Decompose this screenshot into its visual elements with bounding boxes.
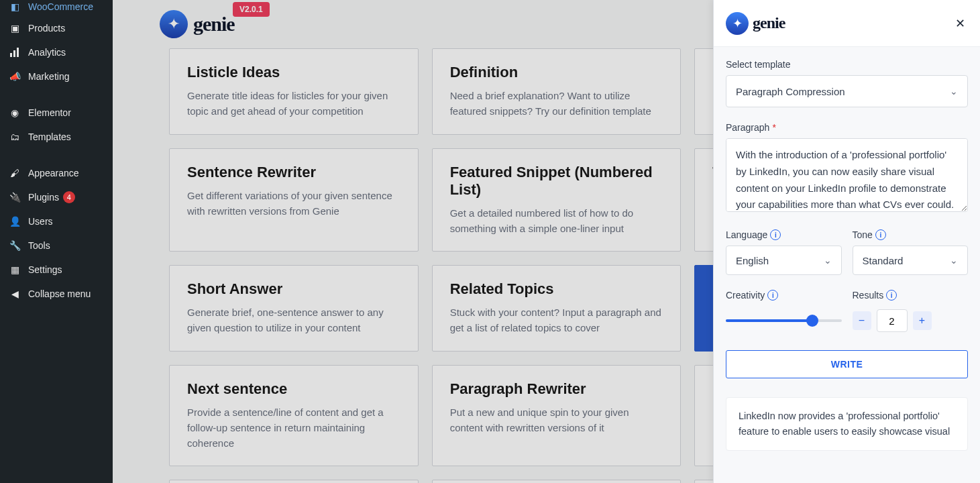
collapse-icon: ◀ [8,287,21,301]
sidebar-label: Tools [28,240,50,251]
sidebar-label: Appearance [28,168,79,178]
language-select[interactable]: English ⌄ [726,246,842,275]
close-button[interactable]: ✕ [952,15,968,32]
svg-rect-2 [17,48,19,57]
genie-logo-mark: ✦ [160,10,188,38]
write-button[interactable]: WRITE [726,350,968,378]
elementor-icon: ◉ [8,106,21,119]
creativity-label: Creativity i [726,290,842,301]
settings-icon: ▦ [8,263,21,276]
tone-select[interactable]: Standard ⌄ [853,246,969,275]
paragraph-label: Paragraph * [726,122,968,133]
sidebar-item-templates[interactable]: 🗂 Templates [0,125,113,149]
card-description: Stuck with your content? Input a paragra… [450,305,663,336]
sidebar-item-analytics[interactable]: Analytics [0,40,113,64]
increment-button[interactable]: + [913,311,932,330]
slider-thumb[interactable] [806,315,818,327]
genie-logo: ✦ genie V2.0.1 [160,10,235,38]
tone-label: Tone i [853,229,969,240]
info-icon[interactable]: i [767,290,778,301]
template-card[interactable]: List of QuestionsGenerate lists of quest… [169,480,419,483]
slider-fill [726,319,812,322]
sidebar-label: Templates [28,131,71,142]
results-value[interactable]: 2 [877,309,908,332]
card-title: Next sentence [187,380,400,398]
select-template-label: Select template [726,59,968,70]
close-icon: ✕ [955,16,965,31]
sidebar-item-settings[interactable]: ▦ Settings [0,258,113,282]
template-card[interactable]: Short AnswerGenerate brief, one-sentence… [169,265,419,352]
card-description: Provide a sentence/line of content and g… [187,405,400,451]
users-icon: 👤 [8,215,21,228]
plugins-icon: 🔌 [8,191,21,204]
sidebar-item-woocommerce[interactable]: ◧ WooCommerce [0,0,113,16]
sidebar-item-appearance[interactable]: 🖌 Appearance [0,161,113,185]
sidebar-item-users[interactable]: 👤 Users [0,209,113,233]
tone-select-value: Standard [863,255,904,266]
chevron-down-icon: ⌄ [824,255,832,266]
sidebar-label: WooCommerce [28,1,93,12]
card-description: Need a brief explanation? Want to utiliz… [450,88,663,119]
card-title: Listicle Ideas [187,64,400,81]
card-title: Featured Snippet (Numbered List) [450,164,663,199]
genie-logo-mark: ✦ [726,12,749,35]
results-label-text: Results [853,290,884,301]
products-icon: ▣ [8,21,21,35]
templates-icon: 🗂 [8,130,21,144]
sidebar-item-collapse[interactable]: ◀ Collapse menu [0,282,113,306]
decrement-button[interactable]: − [853,311,871,330]
card-title: Definition [450,64,663,81]
result-output[interactable]: LinkedIn now provides a 'professional po… [726,397,968,451]
template-select[interactable]: Paragraph Compression ⌄ [726,75,968,107]
sidebar-item-marketing[interactable]: 📣 Marketing [0,64,113,89]
marketing-icon: 📣 [8,70,21,83]
chevron-down-icon: ⌄ [950,86,958,97]
sidebar-label: Elementor [28,107,71,118]
sidebar-item-products[interactable]: ▣ Products [0,16,113,40]
sidebar-item-elementor[interactable]: ◉ Elementor [0,101,113,125]
template-card[interactable]: Next sentenceProvide a sentence/line of … [169,365,419,467]
chevron-down-icon: ⌄ [950,255,958,266]
template-card[interactable]: Related TopicsStuck with your content? I… [432,265,682,352]
sidebar-label: Marketing [28,71,69,82]
language-select-value: English [736,255,769,266]
genie-side-panel: ✦ genie ✕ Select template Paragraph Comp… [713,0,980,483]
card-description: Generate brief, one-sentence answer to a… [187,305,400,336]
language-label: Language i [726,229,842,240]
paragraph-label-text: Paragraph [726,122,769,133]
panel-logo-text: genie [753,14,785,32]
required-indicator: * [772,122,775,133]
card-description: Put a new and unique spin to your given … [450,405,663,436]
tone-label-text: Tone [853,229,873,240]
template-card[interactable]: Featured Snippet (Numbered List)Get a de… [432,148,682,252]
plugins-badge: 4 [63,191,75,203]
slider-track [726,319,842,322]
sidebar-label: Collapse menu [28,288,91,299]
card-description: Get different variations of your given s… [187,188,400,219]
results-label: Results i [853,290,969,301]
analytics-icon [8,46,21,59]
sidebar-label: Analytics [28,47,66,58]
admin-sidebar: ◧ WooCommerce ▣ Products Analytics 📣 Mar… [0,0,113,483]
template-card[interactable]: Paragraph AnswerGet paragraph-long answe… [432,480,682,483]
card-title: Sentence Rewriter [187,164,400,181]
tools-icon: 🔧 [8,239,21,252]
results-stepper: − 2 + [853,306,969,335]
sidebar-label: Plugins [28,192,59,203]
template-card[interactable]: Paragraph RewriterPut a new and unique s… [432,365,682,467]
template-card[interactable]: Listicle IdeasGenerate title ideas for l… [169,48,419,135]
woocommerce-icon: ◧ [8,0,21,13]
template-card[interactable]: Sentence RewriterGet different variation… [169,148,419,252]
card-title: Short Answer [187,280,400,298]
language-label-text: Language [726,229,767,240]
card-description: Get a detailed numbered list of how to d… [450,205,663,237]
sidebar-item-plugins[interactable]: 🔌 Plugins 4 [0,185,113,209]
sidebar-item-tools[interactable]: 🔧 Tools [0,233,113,258]
creativity-slider[interactable] [726,306,842,335]
info-icon[interactable]: i [770,229,781,240]
template-select-value: Paragraph Compression [736,86,845,97]
template-card[interactable]: DefinitionNeed a brief explanation? Want… [432,48,682,135]
info-icon[interactable]: i [886,290,897,301]
paragraph-input[interactable] [726,138,968,212]
info-icon[interactable]: i [875,229,886,240]
